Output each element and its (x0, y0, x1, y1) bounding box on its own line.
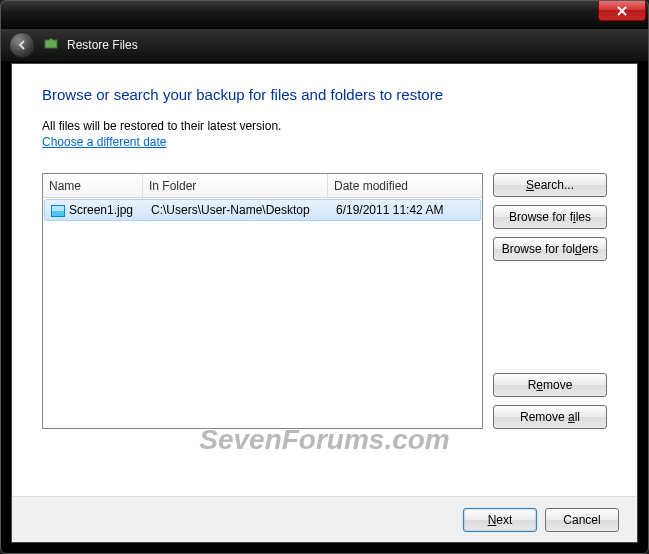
close-icon (617, 6, 627, 16)
close-button[interactable] (598, 1, 646, 21)
col-date[interactable]: Date modified (328, 174, 482, 197)
list-header: Name In Folder Date modified (43, 174, 482, 198)
cell-name: Screen1.jpg (45, 203, 145, 217)
next-button[interactable]: Next (463, 508, 537, 532)
header-strip: Restore Files (1, 29, 648, 61)
main-heading: Browse or search your backup for files a… (42, 86, 607, 103)
search-button[interactable]: Search... (493, 173, 607, 197)
footer: Next Cancel (12, 496, 637, 542)
cancel-button[interactable]: Cancel (545, 508, 619, 532)
remove-button[interactable]: Remove (493, 373, 607, 397)
window: Restore Files Browse or search your back… (0, 0, 649, 554)
browse-files-button[interactable]: Browse for files (493, 205, 607, 229)
file-list: Name In Folder Date modified Screen1.jpg… (42, 173, 483, 429)
arrow-left-icon (16, 39, 28, 51)
button-column: Search... Browse for files Browse for fo… (493, 173, 607, 429)
restore-icon (43, 35, 59, 54)
content-area: Browse or search your backup for files a… (11, 63, 638, 543)
table-row[interactable]: Screen1.jpg C:\Users\User-Name\Desktop 6… (44, 199, 481, 221)
back-button[interactable] (9, 32, 35, 58)
browse-folders-button[interactable]: Browse for folders (493, 237, 607, 261)
sub-text: All files will be restored to their late… (42, 119, 607, 133)
col-folder[interactable]: In Folder (143, 174, 328, 197)
titlebar (1, 1, 648, 29)
cell-folder: C:\Users\User-Name\Desktop (145, 203, 330, 217)
choose-date-link[interactable]: Choose a different date (42, 135, 167, 149)
image-file-icon (51, 205, 65, 217)
remove-all-button[interactable]: Remove all (493, 405, 607, 429)
window-title: Restore Files (67, 38, 138, 52)
cell-date: 6/19/2011 11:42 AM (330, 203, 480, 217)
col-name[interactable]: Name (43, 174, 143, 197)
